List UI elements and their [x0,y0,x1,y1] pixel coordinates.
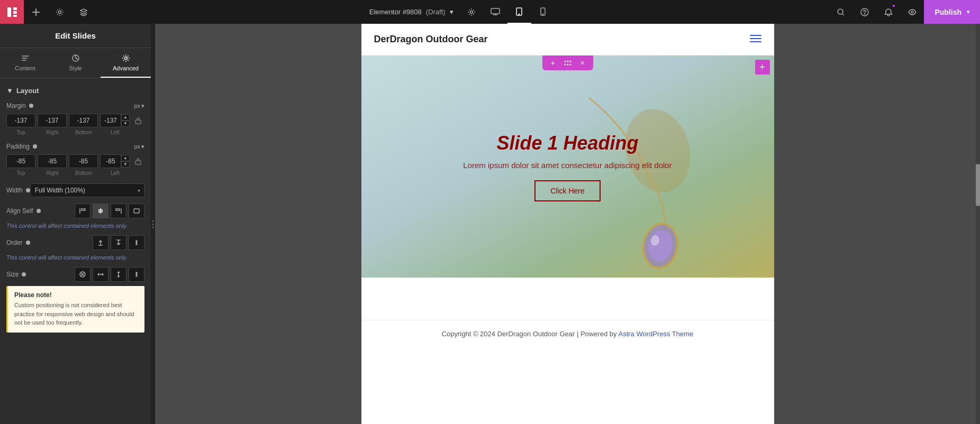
margin-unit-chevron: ▾ [141,103,144,109]
svg-point-14 [911,11,913,13]
search-button[interactable] [829,0,852,24]
hamburger-menu-icon[interactable] [750,33,761,45]
size-width-button[interactable] [93,267,108,282]
margin-top-input[interactable] [6,114,35,127]
svg-point-39 [564,64,566,66]
width-select[interactable]: Full Width (100%) Custom [30,183,144,197]
svg-point-36 [564,61,566,62]
margin-right-input[interactable] [38,114,67,127]
notifications-button[interactable] [876,0,900,24]
panel-content-area: ▼ Layout Margin px ▾ [0,78,151,424]
order-last-button[interactable] [111,235,126,250]
align-self-row: Align Self [6,204,144,218]
content-tab-icon [21,53,30,63]
svg-point-5 [470,11,473,13]
padding-bottom-input[interactable] [69,154,98,168]
footer-theme-link[interactable]: Astra WordPress Theme [618,330,693,338]
settings-button[interactable] [48,0,71,24]
elementor-logo[interactable] [0,0,24,24]
padding-responsive-indicator [33,144,37,149]
help-button[interactable] [852,0,876,24]
preview-frame: DerDragon Outdoor Gear [361,24,774,424]
page-title-area[interactable]: Elementor #9808 (Draft) ▾ [369,8,453,16]
layout-section-title: Layout [16,87,39,95]
padding-right-input[interactable] [38,154,67,168]
tab-advanced[interactable]: Advanced [101,48,151,78]
order-custom-button[interactable] [129,235,144,250]
margin-spinner-down[interactable]: ▼ [121,121,130,127]
add-element-button[interactable] [24,0,48,24]
margin-left-input[interactable] [100,114,121,127]
svg-point-25 [136,274,137,275]
top-bar: Elementor #9808 (Draft) ▾ [0,0,980,24]
size-custom-button[interactable] [129,267,144,282]
align-stretch-button[interactable] [129,204,144,218]
add-section-button[interactable]: + [755,60,770,75]
tablet-view-button[interactable] [507,0,531,24]
svg-point-21 [136,242,137,243]
slide-content: Slide 1 Heading Lorem ipsum dolor sit am… [452,122,682,212]
slide-drag-handle[interactable] [562,58,573,68]
order-first-button[interactable] [93,235,108,250]
padding-link-icon[interactable] [132,155,144,168]
margin-label: Margin [6,102,33,109]
svg-rect-18 [135,161,141,164]
align-start-button[interactable] [75,204,90,218]
margin-link-icon[interactable] [132,114,144,127]
padding-spinner-up[interactable]: ▲ [121,155,130,161]
order-responsive-indicator [26,241,30,245]
main-area: Edit Slides Content Style [0,24,980,424]
gear-settings-button[interactable] [460,0,484,24]
svg-point-28 [152,223,154,225]
publish-button[interactable]: Publish ▾ [924,0,980,24]
margin-responsive-indicator [29,104,33,108]
size-row: Size [6,267,144,282]
canvas-scrollbar[interactable] [976,24,980,424]
content-spacer [361,278,774,320]
slide-container[interactable]: + × + Slide 1 Heading Lorem ipsum dolor … [361,56,774,278]
panel-resize-handle[interactable] [151,24,155,424]
advanced-tab-icon [121,53,131,63]
padding-label: Padding [6,143,37,150]
mobile-view-button[interactable] [531,0,555,24]
svg-rect-19 [134,209,139,213]
margin-inputs: ▲ ▼ [6,114,144,127]
margin-unit-selector[interactable]: px ▾ [134,103,144,109]
order-buttons [93,235,144,250]
tab-content[interactable]: Content [0,48,50,78]
slide-add-button[interactable]: + [548,58,558,68]
padding-labels: Top Right Bottom Left [6,170,144,176]
svg-point-8 [519,14,520,15]
align-center-button[interactable] [93,204,108,218]
desktop-view-button[interactable] [484,0,507,24]
padding-left-input[interactable] [100,154,121,168]
preview-button[interactable] [900,0,924,24]
canvas-area[interactable]: DerDragon Outdoor Gear [155,24,980,424]
svg-rect-17 [135,120,141,124]
svg-point-4 [58,11,61,13]
canvas-scroll-thumb[interactable] [976,164,980,206]
draft-label: (Draft) [426,8,446,16]
margin-spinner-up[interactable]: ▲ [121,114,130,121]
svg-rect-3 [13,15,17,17]
slide-close-button[interactable]: × [577,58,588,68]
width-responsive-indicator [26,188,30,192]
align-end-button[interactable] [111,204,126,218]
padding-top-input[interactable] [6,154,35,168]
dropdown-chevron-icon: ▾ [450,8,453,16]
size-height-button[interactable] [111,267,126,282]
slide-cta-button[interactable]: Click Here [534,180,601,201]
padding-unit-selector[interactable]: px ▾ [134,143,144,150]
align-self-responsive-indicator [37,209,41,213]
svg-point-26 [136,275,137,276]
size-none-button[interactable] [75,267,90,282]
svg-point-11 [838,9,843,14]
padding-spinner-down[interactable]: ▼ [121,161,130,168]
tab-style[interactable]: Style [50,48,101,78]
panel-tabs: Content Style Advanced [0,48,151,78]
page-title: Elementor #9808 [369,8,422,16]
margin-bottom-input[interactable] [69,114,98,127]
layers-button[interactable] [71,0,95,24]
note-box: Please note! Custom positioning is not c… [6,286,144,333]
layout-section-header[interactable]: ▼ Layout [6,87,144,95]
